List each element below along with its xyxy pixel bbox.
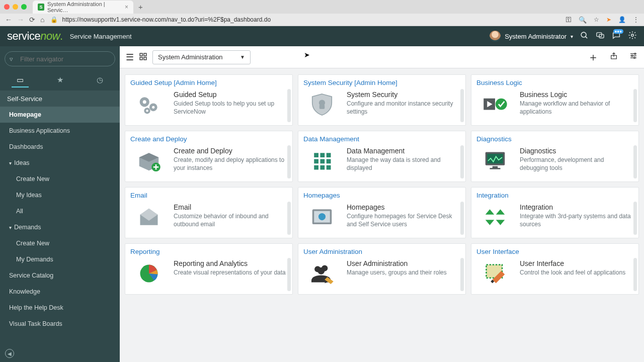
card-diagnostics[interactable]: DiagnosticsDiagnosticsPerformance, devel…: [471, 131, 639, 182]
card-header[interactable]: Reporting: [125, 244, 292, 256]
card-desc: Control the look and feel of application…: [520, 268, 632, 277]
card-homepages[interactable]: HomepagesHomepagesConfigure homepages fo…: [298, 187, 466, 238]
svg-rect-23: [319, 105, 325, 109]
card-scrollbar[interactable]: [287, 89, 291, 122]
browser-tab[interactable]: S System Administration | Servic… ×: [33, 1, 133, 14]
profile-icon[interactable]: 👤: [618, 16, 626, 23]
sidebar-item-help-the-help-desk[interactable]: Help the Help Desk: [0, 300, 120, 316]
back-icon[interactable]: ←: [5, 16, 12, 24]
sidebar-item-create-new[interactable]: Create New: [0, 235, 120, 251]
sidebar-item-all[interactable]: All: [0, 203, 120, 219]
card-header[interactable]: Diagnostics: [471, 131, 638, 144]
home-icon[interactable]: ⌂: [40, 16, 44, 24]
svg-rect-29: [320, 153, 325, 157]
shield-icon: [304, 90, 340, 118]
sidebar-item-service-catalog[interactable]: Service Catalog: [0, 267, 120, 284]
collapse-sidebar-button[interactable]: ◀: [5, 349, 14, 358]
card-scrollbar[interactable]: [460, 89, 464, 122]
grid-view-icon[interactable]: [139, 52, 147, 62]
card-scrollbar[interactable]: [633, 258, 637, 291]
card-header[interactable]: System Security [Admin Home]: [298, 75, 465, 87]
sidebar-item-homepage[interactable]: Homepage: [0, 107, 120, 123]
sidebar-item-my-demands[interactable]: My Demands: [0, 251, 120, 267]
nav-tab-favorites-icon[interactable]: ★: [52, 73, 68, 87]
card-header[interactable]: Homepages: [298, 188, 465, 200]
svg-rect-30: [327, 153, 331, 157]
chat-icon[interactable]: [596, 31, 605, 42]
sidebar-item-demands[interactable]: Demands: [0, 219, 120, 235]
card-scrollbar[interactable]: [633, 202, 637, 235]
sidebar-item-create-new[interactable]: Create New: [0, 171, 120, 187]
nav-list[interactable]: Self-Service HomepageBusiness Applicatio…: [0, 91, 120, 362]
card-desc: Performance, development and debugging t…: [520, 156, 632, 172]
sidebar-item-dashboards[interactable]: Dashboards: [0, 139, 120, 155]
card-scrollbar[interactable]: [287, 145, 291, 178]
nav-tab-history-icon[interactable]: ◷: [92, 73, 108, 87]
list-view-icon[interactable]: ☰: [126, 52, 134, 63]
search-icon[interactable]: [580, 31, 589, 42]
menu-icon[interactable]: ⋮: [633, 16, 639, 23]
card-scrollbar[interactable]: [460, 202, 464, 235]
key-icon[interactable]: ⚿: [566, 16, 572, 23]
window-close-icon[interactable]: [4, 4, 10, 10]
filter-navigator-input[interactable]: [5, 51, 115, 66]
card-scrollbar[interactable]: [287, 258, 291, 291]
sidebar-item-visual-task-boards[interactable]: Visual Task Boards: [0, 316, 120, 332]
nav-section[interactable]: Self-Service: [0, 91, 120, 107]
playcheck-icon: [477, 90, 513, 118]
card-email[interactable]: EmailEmailCustomize behavior of inbound …: [125, 187, 293, 238]
sidebar-item-business-applications[interactable]: Business Applications: [0, 123, 120, 139]
card-reporting-and-analytics[interactable]: ReportingReporting and AnalyticsCreate v…: [125, 243, 293, 295]
card-scrollbar[interactable]: [633, 89, 637, 122]
url-bar[interactable]: 🔒 https://nowsupporttv1.service-now.com/…: [50, 16, 559, 23]
card-header[interactable]: Create and Deploy: [125, 131, 292, 144]
card-guided-setup[interactable]: Guided Setup [Admin Home]Guided SetupGui…: [125, 74, 293, 126]
zoom-icon[interactable]: 🔍: [579, 16, 587, 24]
window-max-icon[interactable]: [21, 4, 27, 10]
card-header[interactable]: Integration: [471, 188, 638, 200]
card-user-administration[interactable]: User AdministrationUser AdministrationMa…: [298, 243, 466, 295]
card-header[interactable]: Data Management: [298, 131, 465, 144]
reload-icon[interactable]: ⟳: [29, 16, 35, 24]
card-header[interactable]: Business Logic: [471, 75, 638, 87]
card-header[interactable]: Guided Setup [Admin Home]: [125, 75, 292, 87]
card-data-management[interactable]: Data ManagementData ManagementManage the…: [298, 131, 466, 182]
card-scrollbar[interactable]: [460, 258, 464, 291]
logo[interactable]: servicenow.: [7, 30, 63, 43]
card-system-security[interactable]: System Security [Admin Home]System Secur…: [298, 74, 466, 126]
star-icon[interactable]: ☆: [594, 16, 599, 23]
nav-tab-all-icon[interactable]: ▭: [12, 73, 29, 87]
sidebar-item-my-ideas[interactable]: My Ideas: [0, 187, 120, 203]
browser-chrome: S System Administration | Servic… × + ← …: [0, 0, 644, 26]
sidebar-item-ideas[interactable]: Ideas: [0, 155, 120, 171]
tab-title: System Administration | Servic…: [47, 1, 122, 13]
card-scrollbar[interactable]: [287, 202, 291, 235]
conversations-icon[interactable]: ●●●: [612, 31, 621, 42]
new-tab-button[interactable]: +: [138, 3, 143, 11]
card-scrollbar[interactable]: [460, 145, 464, 178]
card-integration[interactable]: IntegrationIntegrationIntegrate with 3rd…: [471, 187, 639, 238]
window-min-icon[interactable]: [13, 4, 18, 10]
card-scrollbar[interactable]: [633, 145, 637, 178]
gear-icon[interactable]: [628, 31, 637, 42]
send-icon[interactable]: ➤: [606, 16, 611, 23]
cards-area[interactable]: Guided Setup [Admin Home]Guided SetupGui…: [120, 68, 644, 362]
window-controls[interactable]: [4, 4, 27, 10]
page-select[interactable]: System Administration ▼: [152, 50, 251, 64]
add-button[interactable]: ＋: [588, 50, 599, 65]
share-icon[interactable]: [610, 51, 618, 63]
card-header[interactable]: User Administration: [298, 244, 465, 256]
card-create-and-deploy[interactable]: Create and DeployCreate and DeployCreate…: [125, 131, 293, 182]
card-header[interactable]: User Interface: [471, 244, 638, 256]
card-business-logic[interactable]: Business LogicBusiness LogicManage workf…: [471, 74, 639, 126]
logo-caret-icon: .: [60, 30, 63, 42]
sidebar-item-knowledge[interactable]: Knowledge: [0, 284, 120, 300]
svg-point-14: [631, 55, 633, 57]
svg-rect-28: [314, 153, 318, 157]
user-menu[interactable]: System Administrator ▾: [490, 31, 573, 42]
card-user-interface[interactable]: User InterfaceUser InterfaceControl the …: [471, 243, 639, 295]
card-header[interactable]: Email: [125, 188, 292, 200]
forward-icon[interactable]: →: [17, 16, 24, 24]
settings-toggle-icon[interactable]: [629, 52, 638, 62]
tab-close-icon[interactable]: ×: [125, 4, 128, 11]
